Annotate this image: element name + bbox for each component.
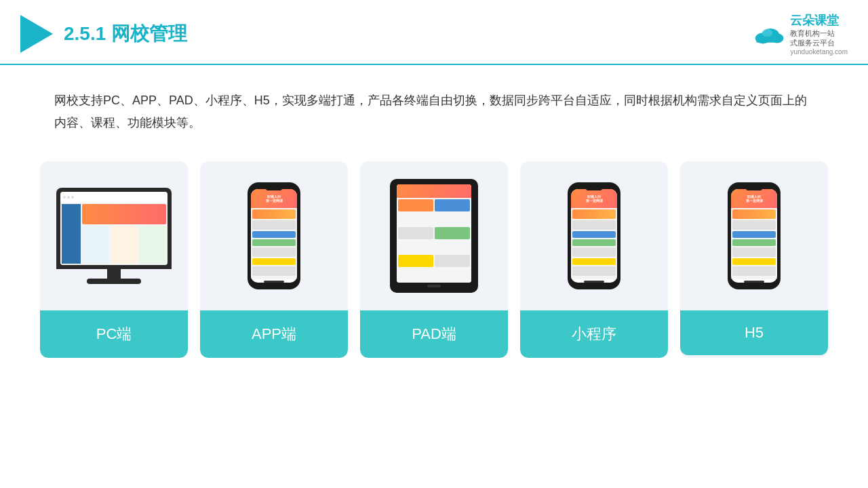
phone-h5-icon: 职通人的第一堂网课 xyxy=(728,182,781,289)
card-image-pad xyxy=(360,161,508,310)
cards-section: PC端 职通人的第一堂网课 xyxy=(0,148,868,358)
brand-area: 云朵课堂 教育机构一站 式服务云平台 yunduoketang.com xyxy=(752,12,848,56)
header: 2.5.1 网校管理 云朵课堂 教育机构一站 式服务云平台 yunduoketa… xyxy=(0,0,868,65)
description-text: 网校支持PC、APP、PAD、小程序、H5，实现多端打通，产品各终端自由切换，数… xyxy=(0,65,868,148)
phone-app-icon: 职通人的第一堂网课 xyxy=(248,182,300,289)
svg-point-4 xyxy=(762,29,773,37)
header-left: 2.5.1 网校管理 xyxy=(20,15,187,53)
card-h5: 职通人的第一堂网课 H5 xyxy=(680,161,828,358)
card-image-h5: 职通人的第一堂网课 xyxy=(680,161,828,310)
brand-text: 云朵课堂 教育机构一站 式服务云平台 yunduoketang.com xyxy=(790,12,848,56)
phone-miniprogram-icon: 职通人的第一堂网课 xyxy=(568,182,620,289)
logo-triangle-icon xyxy=(20,15,53,53)
card-app: 职通人的第一堂网课 APP端 xyxy=(200,161,348,358)
card-label-h5: H5 xyxy=(680,310,828,355)
card-label-pc: PC端 xyxy=(40,310,188,358)
card-image-miniprogram: 职通人的第一堂网课 xyxy=(520,161,668,310)
tablet-pad-icon xyxy=(390,179,478,293)
page-title: 2.5.1 网校管理 xyxy=(64,21,187,47)
card-miniprogram: 职通人的第一堂网课 小程序 xyxy=(520,161,668,358)
pc-monitor-icon xyxy=(56,188,172,284)
card-image-pc xyxy=(40,161,188,310)
card-image-app: 职通人的第一堂网课 xyxy=(200,161,348,310)
svg-rect-3 xyxy=(757,37,781,43)
brand-logo: 云朵课堂 教育机构一站 式服务云平台 yunduoketang.com xyxy=(752,12,848,56)
card-pad: PAD端 xyxy=(360,161,508,358)
cloud-icon xyxy=(752,23,785,45)
card-label-miniprogram: 小程序 xyxy=(520,310,668,358)
card-label-pad: PAD端 xyxy=(360,310,508,358)
card-pc: PC端 xyxy=(40,161,188,358)
card-label-app: APP端 xyxy=(200,310,348,358)
